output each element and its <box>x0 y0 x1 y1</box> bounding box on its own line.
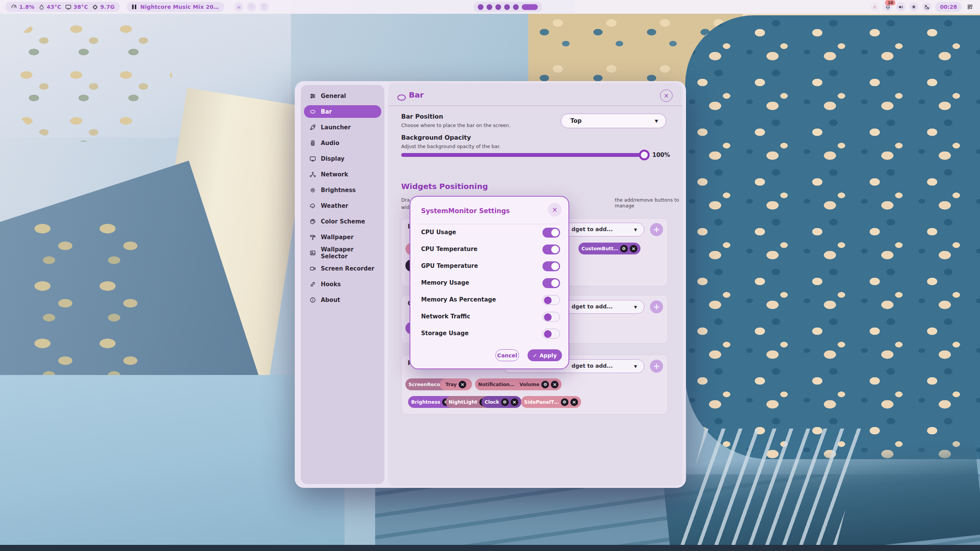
chip-remove-icon[interactable]: × <box>570 398 578 406</box>
sidebar-item-label: Screen Recorder <box>321 265 374 272</box>
night-light-off-icon[interactable] <box>922 2 931 11</box>
wallpaper-railing <box>673 429 866 551</box>
wallpaper-bottom-band <box>0 545 980 551</box>
workspace-active-pill[interactable] <box>522 4 538 10</box>
widgets-description-fragment: Dra <box>401 197 410 203</box>
sidebar-item-wallpaper-selector[interactable]: Wallpaper Selector <box>304 246 381 259</box>
sidebar-item-label: Audio <box>321 140 339 147</box>
chip-remove-icon[interactable]: × <box>630 245 637 253</box>
chip-remove-icon[interactable]: × <box>459 381 466 388</box>
background-opacity-slider-handle[interactable] <box>639 150 650 160</box>
widget-chip[interactable]: SidePanelT… × <box>521 396 581 408</box>
header-divider <box>388 106 683 106</box>
cancel-button[interactable]: Cancel <box>495 349 519 361</box>
window-close-button[interactable]: × <box>660 90 673 102</box>
wallpaper-vine-leaves <box>23 214 161 375</box>
sidebar-item-display[interactable]: Display <box>304 152 381 165</box>
sidebar-item-wallpaper[interactable]: Wallpaper <box>304 231 381 243</box>
chip-remove-icon[interactable]: × <box>551 381 559 388</box>
heart-icon[interactable]: ♡ <box>247 2 256 11</box>
memory-usage-toggle[interactable] <box>542 278 560 288</box>
sidebar-item-launcher[interactable]: Launcher <box>304 121 381 134</box>
brightness-icon[interactable] <box>909 2 918 11</box>
sidebar-item-label: Wallpaper Selector <box>321 246 376 260</box>
memory-icon <box>92 4 98 10</box>
cloud-icon <box>309 202 316 209</box>
chip-settings-icon[interactable] <box>501 398 509 406</box>
sidebar-item-network[interactable]: Network <box>304 168 381 181</box>
sidebar-item-bar[interactable]: Bar <box>304 105 381 118</box>
add-widget-dropdown-text: dget to add... <box>572 363 613 369</box>
clock[interactable]: 00:28 <box>935 2 962 12</box>
widget-chip[interactable]: Clock × <box>482 396 521 408</box>
sidebar-item-hooks[interactable]: Hooks <box>304 278 381 290</box>
add-widget-button[interactable]: + <box>650 360 663 373</box>
cpu-usage-toggle[interactable] <box>542 228 560 238</box>
background-opacity-description: Adjust the background opacity of the bar… <box>401 143 500 149</box>
media-player-pill[interactable]: Nightcore Music Mix 20… <box>127 2 224 12</box>
background-opacity-slider[interactable] <box>401 153 646 157</box>
storage-usage-toggle[interactable] <box>542 329 560 339</box>
sidebar-item-about[interactable]: About <box>304 293 381 306</box>
chip-settings-icon[interactable] <box>561 398 568 406</box>
heart-icon[interactable]: ♡ <box>260 2 269 11</box>
gpu-temp-icon <box>65 4 72 10</box>
skull-icon[interactable]: ☠ <box>234 2 243 11</box>
toggle-label: CPU Usage <box>421 229 456 236</box>
wallpaper-foliage-right <box>685 15 980 459</box>
sidebar-item-general[interactable]: General <box>304 90 381 102</box>
add-widget-button[interactable]: + <box>650 223 663 236</box>
sidebar-item-screen-recorder[interactable]: Screen Recorder <box>304 262 381 275</box>
bell-icon[interactable]: 10 <box>883 2 892 11</box>
workspace-dot[interactable] <box>487 4 492 10</box>
workspace-dot[interactable] <box>495 4 501 10</box>
apply-button[interactable]: ✓ Apply <box>528 349 562 361</box>
add-widget-dropdown-text: dget to add... <box>572 226 613 232</box>
sidebar-item-label: About <box>321 297 340 303</box>
updates-icon[interactable] <box>870 2 879 11</box>
media-title: Nightcore Music Mix 20… <box>140 4 219 10</box>
toggle-label: Memory As Percentage <box>421 296 496 303</box>
sidebar-item-label: Brightness <box>321 187 356 194</box>
chevron-down-icon: ▼ <box>634 364 637 368</box>
sidebar-item-audio[interactable]: Audio <box>304 137 381 149</box>
workspace-dot[interactable] <box>513 4 519 10</box>
chevron-down-icon: ▼ <box>634 305 637 309</box>
workspace-dot[interactable] <box>478 4 483 10</box>
widget-chip[interactable]: CustomButt… × <box>578 243 640 254</box>
background-opacity-value: 100% <box>652 152 670 158</box>
network-traffic-toggle[interactable] <box>542 312 560 322</box>
widget-chip[interactable]: Volume × <box>516 378 562 390</box>
toggle-label: Network Traffic <box>421 313 470 320</box>
bar-page-icon <box>397 95 406 101</box>
image-icon <box>309 249 316 256</box>
gpu-temp-stat: 38°C <box>65 4 88 10</box>
volume-icon[interactable] <box>896 2 905 11</box>
sidebar-item-label: Wallpaper <box>321 234 354 241</box>
check-icon: ✓ <box>533 352 537 359</box>
bar-position-dropdown[interactable]: Top ▼ <box>561 114 666 128</box>
add-widget-button[interactable]: + <box>650 300 663 313</box>
sidebar-item-brightness[interactable]: Brightness <box>304 184 381 196</box>
apps-grid-icon[interactable] <box>965 2 975 11</box>
cpu-temperature-toggle[interactable] <box>542 245 560 254</box>
sidebar-item-label: Color Scheme <box>321 218 365 225</box>
speaker-box-icon <box>309 140 316 147</box>
chip-remove-icon[interactable]: × <box>511 398 518 406</box>
toggle-label: Storage Usage <box>421 330 469 337</box>
sidebar-item-label: Hooks <box>321 281 341 288</box>
toggle-label: CPU Temperature <box>421 246 477 253</box>
dialog-divider <box>418 224 561 224</box>
chip-settings-icon[interactable] <box>620 245 628 253</box>
widget-chip[interactable]: Tray × <box>440 378 472 390</box>
chip-settings-icon[interactable] <box>541 381 549 388</box>
gpu-temperature-toggle[interactable] <box>542 261 560 271</box>
cpu-temp-stat: 43°C <box>38 4 61 10</box>
workspace-dot[interactable] <box>504 4 510 10</box>
bar-pill-icon <box>309 108 316 115</box>
sidebar-item-color-scheme[interactable]: Color Scheme <box>304 215 381 228</box>
dialog-close-button[interactable]: × <box>548 203 562 217</box>
temperature-icon <box>38 4 45 10</box>
memory-as-percentage-toggle[interactable] <box>542 295 560 305</box>
sidebar-item-weather[interactable]: Weather <box>304 199 381 212</box>
